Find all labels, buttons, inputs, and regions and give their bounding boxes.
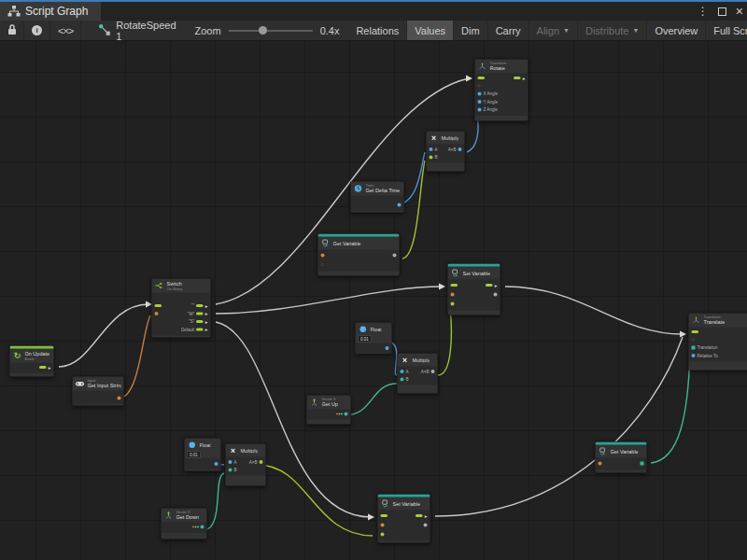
port-in[interactable]	[155, 312, 159, 315]
port-in-o[interactable]	[321, 254, 325, 258]
maximize-icon[interactable]	[718, 7, 726, 16]
port-in[interactable]	[692, 339, 695, 342]
port-out[interactable]	[260, 460, 263, 464]
value-input[interactable]: 0.01	[188, 452, 201, 458]
toolbar-button-values[interactable]: Values	[407, 21, 454, 40]
port-out[interactable]	[393, 254, 397, 258]
graph-canvas[interactable]: ↻On UpdateEvent▸InputGet Input StringSwi…	[0, 41, 747, 560]
port-out[interactable]	[386, 346, 389, 350]
port-in-gr[interactable]	[381, 533, 385, 537]
node-set-variable-bot[interactable]: Set Variable▸	[377, 494, 430, 543]
port-out[interactable]	[424, 524, 428, 527]
port-out[interactable]	[336, 413, 348, 416]
port-out-gr[interactable]	[260, 460, 263, 464]
port-in[interactable]	[229, 460, 233, 464]
node-float-bot[interactable]: Float0.01	[184, 438, 221, 471]
port-in-b[interactable]	[692, 354, 696, 357]
port-in-t[interactable]	[229, 468, 233, 471]
port-in[interactable]	[381, 514, 388, 517]
port-in-b[interactable]	[430, 147, 433, 151]
port-out[interactable]	[514, 77, 521, 79]
port-out[interactable]	[494, 293, 498, 297]
port-in[interactable]	[381, 524, 385, 527]
port-in-flow[interactable]	[478, 77, 486, 79]
port-out[interactable]	[196, 304, 204, 307]
toolbar-button-full-screen[interactable]: Full Screen	[706, 21, 747, 40]
toolbar-button-overview[interactable]: Overview	[647, 21, 706, 40]
port-in[interactable]	[692, 346, 696, 350]
node-on-update[interactable]: ↻On UpdateEvent▸	[9, 345, 54, 377]
node-get-delta-time[interactable]: TimeGet Delta Time	[350, 181, 404, 213]
port-out[interactable]	[486, 284, 493, 287]
port-out-flow[interactable]	[196, 329, 204, 331]
close-icon[interactable]: ×	[736, 5, 743, 18]
port-out-b[interactable]	[398, 203, 402, 207]
port-in-o[interactable]	[599, 462, 602, 466]
port-out[interactable]	[431, 370, 435, 373]
port-out[interactable]	[196, 320, 204, 323]
port-out-g[interactable]	[424, 524, 428, 527]
port-in-b[interactable]	[401, 370, 404, 373]
port-in-gh[interactable]	[478, 85, 481, 88]
port-out-sq-t[interactable]	[641, 462, 644, 466]
port-in-t[interactable]	[401, 377, 404, 381]
port-in[interactable]	[451, 293, 455, 297]
port-in[interactable]	[430, 155, 433, 159]
vector-port[interactable]	[201, 525, 204, 529]
port-in[interactable]	[478, 100, 482, 104]
port-in-flow[interactable]	[381, 514, 388, 517]
port-in-sq-t[interactable]	[692, 346, 696, 350]
port-out[interactable]	[196, 313, 204, 315]
node-float-mid[interactable]: Float0.01	[355, 322, 392, 355]
port-in[interactable]	[478, 77, 486, 79]
port-in-gh[interactable]	[692, 339, 695, 342]
port-in-b[interactable]	[229, 460, 233, 464]
lock-button[interactable]	[0, 21, 24, 40]
port-out[interactable]	[196, 329, 204, 331]
port-in-o[interactable]	[381, 524, 385, 527]
port-in-b[interactable]	[478, 108, 482, 112]
port-out-flow[interactable]	[514, 77, 521, 79]
port-in[interactable]	[401, 377, 404, 381]
port-in[interactable]	[381, 533, 385, 537]
port-out-b[interactable]	[215, 462, 218, 466]
port-in[interactable]	[451, 302, 455, 306]
port-out[interactable]	[215, 462, 218, 466]
port-out-g[interactable]	[393, 254, 397, 258]
port-in[interactable]	[692, 330, 699, 333]
port-out-g[interactable]	[494, 293, 498, 297]
port-out-flow[interactable]	[416, 514, 423, 517]
port-in[interactable]	[321, 254, 325, 258]
port-in[interactable]	[478, 85, 481, 88]
port-in[interactable]	[692, 354, 696, 357]
port-in[interactable]	[478, 92, 482, 96]
node-rotate[interactable]: TransformRotate▸X AngleY AngleZ Angle	[474, 59, 529, 121]
port-out[interactable]	[458, 147, 462, 151]
toolbar-button-align[interactable]: Align▼	[529, 21, 578, 40]
port-in-o[interactable]	[451, 293, 455, 297]
port-in[interactable]	[430, 147, 433, 151]
node-translate[interactable]: TransformTranslateTranslationRelative To	[688, 313, 747, 371]
port-in-flow[interactable]	[692, 330, 699, 333]
port-in-flow[interactable]	[451, 284, 458, 287]
toolbar-button-dim[interactable]: Dim	[454, 21, 488, 40]
port-out-flow[interactable]	[39, 366, 47, 369]
node-set-variable-mid[interactable]: Set Variable▸	[447, 263, 500, 315]
port-out-flow[interactable]	[196, 304, 204, 307]
node-get-input-string[interactable]: InputGet Input String	[72, 376, 124, 406]
toolbar-button-carry[interactable]: Carry	[488, 21, 529, 40]
port-out[interactable]	[641, 462, 644, 466]
port-in[interactable]	[451, 284, 458, 287]
port-out-b[interactable]	[458, 147, 462, 151]
info-button[interactable]: i	[24, 21, 50, 40]
port-out-g[interactable]	[431, 370, 435, 373]
port-out[interactable]	[118, 397, 121, 400]
node-get-down[interactable]: Vector 3Get Down	[161, 508, 207, 539]
menu-dots-icon[interactable]: ⋮	[698, 6, 709, 17]
toolbar-button-distribute[interactable]: Distribute▼	[578, 21, 647, 40]
node-get-up[interactable]: Vector 3Get Up	[306, 395, 351, 425]
node-multiply-mid[interactable]: ×MultiplyAA×BB	[397, 353, 438, 394]
port-in-b[interactable]	[478, 100, 482, 104]
port-out-b[interactable]	[386, 346, 389, 350]
node-multiply-bot[interactable]: ×MultiplyAA×BB	[225, 443, 266, 486]
